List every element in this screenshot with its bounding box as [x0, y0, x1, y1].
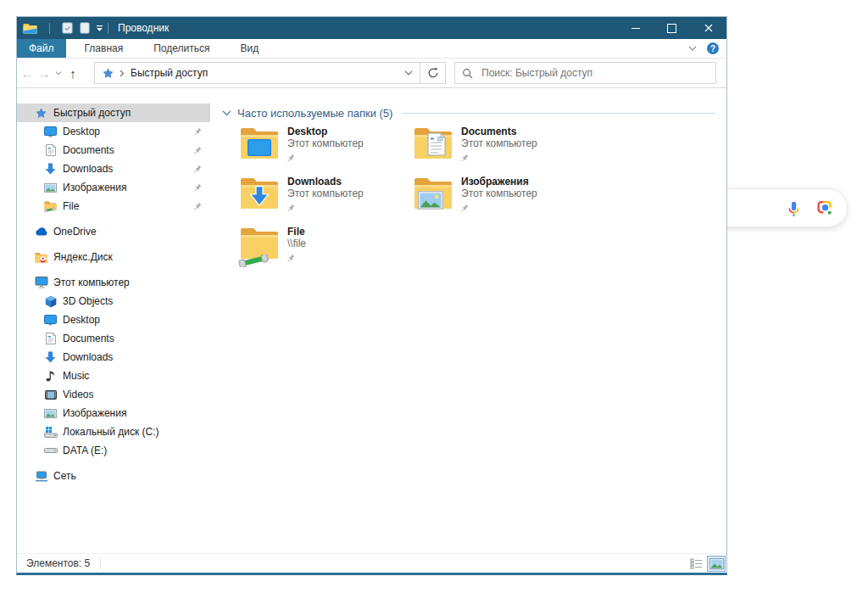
- ribbon-collapse-icon[interactable]: [688, 46, 697, 51]
- sidebar-item-яндекс.диск[interactable]: Яндекс.Диск: [17, 248, 210, 266]
- document-icon: [43, 333, 58, 344]
- pin-icon[interactable]: [461, 204, 469, 212]
- sidebar-item-label: Documents: [63, 144, 194, 156]
- sidebar-item-onedrive[interactable]: OneDrive: [17, 222, 210, 241]
- sidebar-item-локальный-диск-(c:)[interactable]: Локальный диск (C:): [17, 422, 210, 441]
- sidebar-item-videos[interactable]: Videos: [17, 385, 210, 404]
- sidebar-item-file[interactable]: File: [17, 197, 210, 215]
- close-button[interactable]: [690, 17, 726, 39]
- pin-icon[interactable]: [287, 254, 295, 262]
- sidebar-item-label: Desktop: [63, 314, 210, 326]
- sidebar-item-downloads[interactable]: Downloads: [17, 159, 210, 178]
- search-box[interactable]: [454, 62, 716, 84]
- pin-icon[interactable]: [287, 204, 295, 212]
- lens-icon[interactable]: [816, 199, 834, 217]
- tile-desktop[interactable]: DesktopЭтот компьютер: [241, 125, 415, 165]
- tile-name: File: [287, 226, 306, 238]
- tab-файл[interactable]: Файл: [17, 39, 66, 58]
- tile-file[interactable]: File\\file: [241, 225, 415, 266]
- properties-icon[interactable]: [62, 22, 73, 34]
- mic-icon[interactable]: [785, 199, 803, 217]
- group-collapse-icon[interactable]: [222, 110, 231, 116]
- back-button[interactable]: ←: [19, 62, 36, 84]
- pin-icon[interactable]: [194, 165, 202, 173]
- group-header[interactable]: Часто используемые папки (5): [222, 107, 715, 120]
- address-dropdown-button[interactable]: [398, 63, 420, 83]
- sidebar-item-label: 3D Objects: [63, 295, 210, 307]
- titlebar-separator: [49, 23, 50, 34]
- sidebar-item-downloads[interactable]: Downloads: [17, 348, 210, 366]
- sidebar-item-label: Изображения: [63, 182, 194, 193]
- titlebar[interactable]: Проводник: [17, 17, 726, 39]
- recent-locations-icon[interactable]: [53, 62, 64, 84]
- quick-access-star-icon: [34, 107, 48, 120]
- tile-text: DesktopЭтот компьютер: [287, 125, 364, 165]
- sidebar-item-этот-компьютер[interactable]: Этот компьютер: [17, 273, 210, 292]
- view-thumbnails-button[interactable]: [707, 556, 726, 572]
- drive-icon: [43, 448, 58, 453]
- sidebar-item-label: Videos: [63, 389, 210, 400]
- tile-documents[interactable]: DocumentsЭтот компьютер: [415, 125, 588, 165]
- pin-icon[interactable]: [194, 146, 202, 154]
- sidebar-item-label: Изображения: [63, 407, 210, 419]
- sidebar-item-documents[interactable]: Documents: [17, 329, 210, 348]
- tile-name: Documents: [461, 126, 537, 137]
- pin-icon[interactable]: [461, 154, 469, 162]
- status-bar: Элементов: 5: [17, 553, 726, 573]
- sidebar-item-label: DATA (E:): [63, 445, 210, 456]
- music-note-icon: [43, 370, 58, 382]
- up-button[interactable]: ↑: [64, 62, 81, 84]
- sidebar-item-label: Music: [63, 370, 210, 382]
- titlebar-separator: [108, 23, 108, 34]
- sidebar-item-label: Локальный диск (C:): [63, 426, 210, 438]
- pin-icon[interactable]: [287, 154, 295, 162]
- tile-text: DocumentsЭтот компьютер: [461, 125, 537, 165]
- sidebar-item-3d-objects[interactable]: 3D Objects: [17, 292, 210, 310]
- network-pc-icon: [34, 471, 48, 482]
- tab-главная[interactable]: Главная: [73, 39, 136, 58]
- sidebar-item-desktop[interactable]: Desktop: [17, 122, 210, 141]
- this-pc-icon: [34, 277, 48, 288]
- pin-icon[interactable]: [194, 183, 202, 192]
- forward-button[interactable]: →: [36, 62, 53, 84]
- breadcrumb[interactable]: Быстрый доступ: [131, 67, 208, 79]
- tab-вид[interactable]: Вид: [228, 39, 270, 58]
- minimize-button[interactable]: [617, 17, 654, 39]
- sidebar-item-изображения[interactable]: Изображения: [17, 404, 210, 422]
- sidebar-item-label: Сеть: [53, 470, 210, 482]
- pin-icon[interactable]: [194, 202, 202, 210]
- new-item-icon[interactable]: [80, 22, 90, 34]
- tile-location: Этот компьютер: [287, 187, 364, 200]
- folder-documents-icon: [415, 125, 453, 165]
- search-input[interactable]: [480, 66, 709, 80]
- sidebar-item-data-(e:)[interactable]: DATA (E:): [17, 441, 210, 460]
- address-bar[interactable]: Быстрый доступ: [94, 62, 420, 84]
- tile-изображения[interactable]: ИзображенияЭтот компьютер: [415, 175, 588, 215]
- folder-downloads-icon: [241, 175, 280, 215]
- pictures-icon: [43, 183, 58, 193]
- tab-поделиться[interactable]: Поделиться: [142, 39, 221, 58]
- sidebar-item-изображения[interactable]: Изображения: [17, 178, 210, 197]
- document-icon: [43, 144, 58, 156]
- statusbar-separator: [100, 557, 101, 569]
- breadcrumb-chevron-icon[interactable]: [120, 70, 125, 77]
- sidebar-item-label: Яндекс.Диск: [53, 251, 210, 263]
- sidebar-item-desktop[interactable]: Desktop: [17, 310, 210, 329]
- items-count: Элементов: 5: [26, 557, 90, 569]
- download-arrow-icon: [43, 351, 58, 363]
- desktop-icon: [43, 315, 58, 326]
- folder-desktop-icon: [241, 125, 280, 165]
- help-icon[interactable]: ?: [707, 42, 719, 54]
- refresh-button[interactable]: [420, 62, 446, 84]
- sidebar-item-сеть[interactable]: Сеть: [17, 467, 210, 485]
- pin-icon[interactable]: [194, 127, 202, 136]
- tile-downloads[interactable]: DownloadsЭтот компьютер: [241, 175, 415, 215]
- pictures-icon: [43, 409, 58, 418]
- sidebar-item-documents[interactable]: Documents: [17, 141, 210, 159]
- maximize-button[interactable]: [654, 17, 690, 39]
- qat-dropdown-icon[interactable]: [97, 25, 103, 31]
- group-header-line: [403, 113, 715, 114]
- sidebar-item-быстрый-доступ[interactable]: Быстрый доступ: [17, 103, 210, 122]
- view-details-button[interactable]: [687, 556, 705, 572]
- sidebar-item-music[interactable]: Music: [17, 366, 210, 385]
